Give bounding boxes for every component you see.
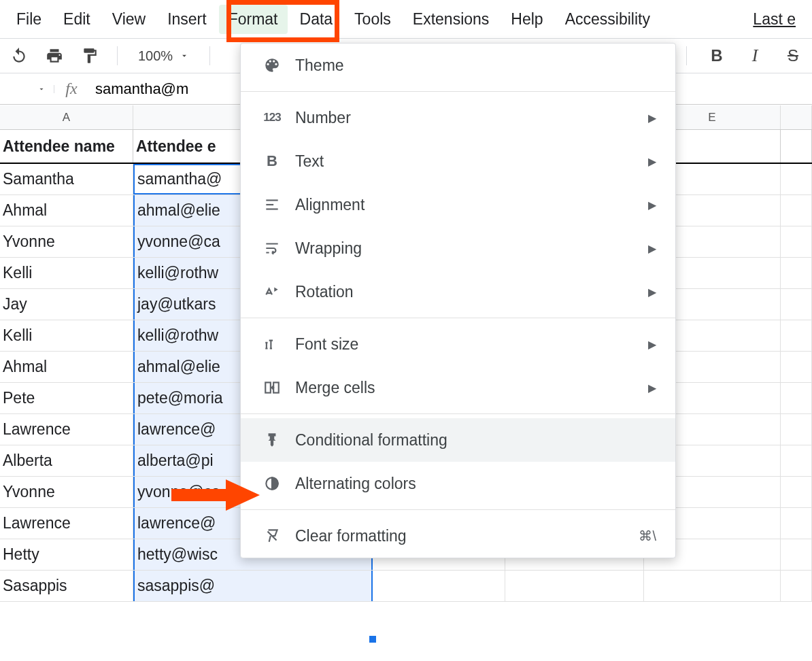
menu-item-merge-cells[interactable]: Merge cells▶ xyxy=(241,366,675,409)
menu-item-font-size[interactable]: Font size▶ xyxy=(241,322,675,366)
col-header-A[interactable]: A xyxy=(0,105,133,129)
cell-name[interactable]: Kelli xyxy=(0,258,133,288)
paint-format-button[interactable] xyxy=(78,44,102,68)
chevron-down-icon xyxy=(37,85,46,93)
cell-name[interactable]: Hetty xyxy=(0,539,133,570)
menu-item-label: Alignment xyxy=(295,196,648,214)
wrap-icon xyxy=(260,239,284,257)
cell-empty[interactable] xyxy=(781,164,812,194)
menu-extensions[interactable]: Extensions xyxy=(403,5,499,34)
cell-empty[interactable] xyxy=(373,571,505,601)
menu-item-conditional-formatting[interactable]: Conditional formatting xyxy=(241,418,675,462)
menu-item-wrapping[interactable]: Wrapping▶ xyxy=(241,226,675,270)
chevron-right-icon: ▶ xyxy=(648,286,656,299)
cell-empty[interactable] xyxy=(781,571,812,601)
table-row: Sasappissasappis@ xyxy=(0,571,812,602)
chevron-right-icon: ▶ xyxy=(648,338,656,351)
cell-empty[interactable] xyxy=(781,539,812,570)
cond-icon xyxy=(260,431,284,449)
rotate-icon xyxy=(260,283,284,301)
chevron-right-icon: ▶ xyxy=(648,382,656,394)
menu-item-rotation[interactable]: Rotation▶ xyxy=(241,270,675,313)
selection-handle[interactable] xyxy=(369,636,376,643)
menu-accessibility[interactable]: Accessibility xyxy=(556,5,660,34)
cell-empty[interactable] xyxy=(781,477,812,507)
col-header-extra[interactable] xyxy=(781,105,812,129)
chevron-right-icon: ▶ xyxy=(648,199,656,211)
menu-separator xyxy=(241,509,675,510)
cell-empty[interactable] xyxy=(781,289,812,320)
last-edit-link[interactable]: Last e xyxy=(743,5,805,34)
cell-name[interactable]: Lawrence xyxy=(0,508,133,539)
cell-name[interactable]: Pete xyxy=(0,383,133,413)
print-button[interactable] xyxy=(42,44,67,68)
cell-empty[interactable] xyxy=(781,414,812,445)
cell-empty[interactable] xyxy=(781,320,812,351)
cell-name[interactable]: Sasappis xyxy=(0,571,133,601)
cell-name[interactable]: Lawrence xyxy=(0,414,133,445)
menu-data[interactable]: Data xyxy=(290,5,343,34)
cell-name[interactable]: Yvonne xyxy=(0,477,133,507)
menu-item-number[interactable]: 123Number▶ xyxy=(241,96,675,139)
menu-item-text[interactable]: BText▶ xyxy=(241,139,675,183)
cell-name[interactable]: Yvonne xyxy=(0,226,133,257)
menu-item-label: Theme xyxy=(295,56,656,75)
cell-name[interactable]: Jay xyxy=(0,289,133,320)
italic-button[interactable]: I xyxy=(743,44,767,68)
menu-item-label: Rotation xyxy=(295,283,648,301)
cell-name[interactable]: Ahmal xyxy=(0,195,133,226)
menu-item-alternating-colors[interactable]: Alternating colors xyxy=(241,462,675,505)
name-box[interactable] xyxy=(0,85,54,93)
cell-empty[interactable] xyxy=(781,258,812,288)
undo-button[interactable] xyxy=(7,44,31,68)
palette-icon xyxy=(260,56,284,74)
strikethrough-button[interactable]: S xyxy=(781,44,805,68)
cell-empty[interactable] xyxy=(781,352,812,382)
align-icon xyxy=(260,196,284,214)
cell-name[interactable]: Alberta xyxy=(0,445,133,476)
header-cell[interactable] xyxy=(781,130,812,163)
menu-tools[interactable]: Tools xyxy=(345,5,401,34)
zoom-dropdown[interactable]: 100% xyxy=(133,48,194,64)
menu-separator xyxy=(241,318,675,318)
menu-view[interactable]: View xyxy=(103,5,155,34)
menu-insert[interactable]: Insert xyxy=(158,5,216,34)
chevron-right-icon: ▶ xyxy=(648,112,656,124)
cell-email[interactable]: sasappis@ xyxy=(133,571,373,601)
menu-item-label: Conditional formatting xyxy=(295,431,656,450)
cell-empty[interactable] xyxy=(781,508,812,539)
cell-empty[interactable] xyxy=(781,445,812,476)
menu-item-label: Wrapping xyxy=(295,239,648,258)
cell-empty[interactable] xyxy=(781,195,812,226)
cell-name[interactable]: Samantha xyxy=(0,164,133,194)
cell-empty[interactable] xyxy=(781,226,812,257)
menu-item-theme[interactable]: Theme xyxy=(241,44,675,87)
cell-empty[interactable] xyxy=(781,383,812,413)
menu-format[interactable]: Format xyxy=(219,5,288,34)
menu-item-label: Font size xyxy=(295,335,648,354)
chevron-right-icon: ▶ xyxy=(648,155,656,168)
menu-item-label: Number xyxy=(295,109,648,127)
bold-icon: B xyxy=(260,152,284,170)
bold-button[interactable]: B xyxy=(705,44,729,68)
menu-item-clear-formatting[interactable]: Clear formatting⌘\ xyxy=(241,514,675,558)
menu-item-label: Alternating colors xyxy=(295,475,656,493)
cell-name[interactable]: Ahmal xyxy=(0,352,133,382)
cell-empty[interactable] xyxy=(644,571,781,601)
alt-icon xyxy=(260,475,284,492)
zoom-value: 100% xyxy=(138,48,173,64)
menu-help[interactable]: Help xyxy=(501,5,552,34)
menu-edit[interactable]: Edit xyxy=(54,5,100,34)
menu-item-label: Merge cells xyxy=(295,379,648,397)
menu-item-label: Clear formatting xyxy=(295,527,639,545)
format-dropdown-menu: Theme123Number▶BText▶Alignment▶Wrapping▶… xyxy=(240,43,676,558)
svg-rect-3 xyxy=(265,382,271,392)
cell-empty[interactable] xyxy=(505,571,644,601)
clear-icon xyxy=(260,527,284,545)
menu-shortcut: ⌘\ xyxy=(639,528,656,544)
cell-name[interactable]: Kelli xyxy=(0,320,133,351)
header-attendee-name[interactable]: Attendee name xyxy=(0,130,133,163)
toolbar-separator xyxy=(117,46,118,65)
menu-file[interactable]: File xyxy=(7,5,51,34)
menu-item-alignment[interactable]: Alignment▶ xyxy=(241,183,675,226)
